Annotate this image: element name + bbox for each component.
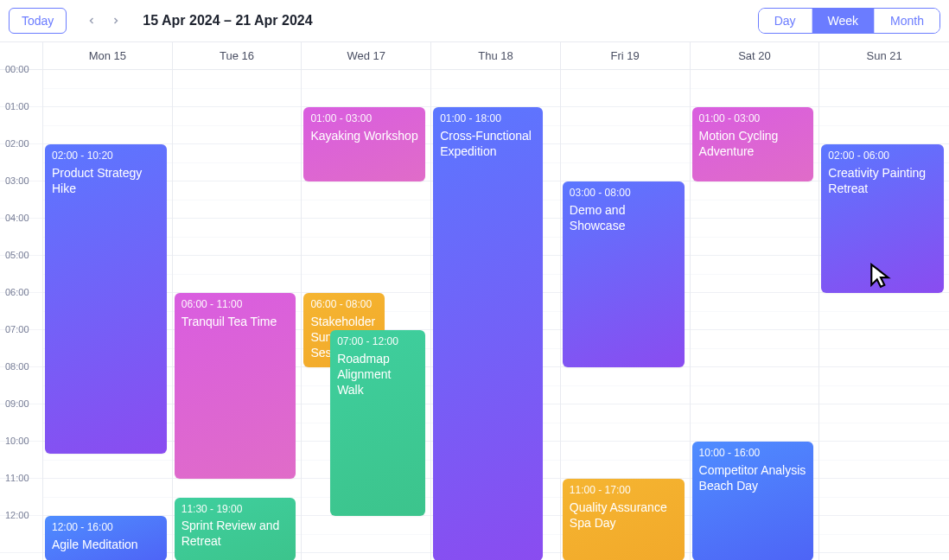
day-header: Thu 18 [431,42,560,70]
time-label: 10:00 [5,436,29,446]
time-label: 09:00 [5,398,29,409]
time-label: 00:00 [5,64,29,74]
time-label: 12:00 [5,510,29,520]
day-header: Tue 16 [173,42,302,70]
event-time: 10:00 - 16:00 [699,447,807,461]
calendar-event[interactable]: 01:00 - 03:00Kayaking Workshop [303,107,425,181]
day-body[interactable]: 03:00 - 08:00Demo and Showcase11:00 - 17… [561,70,690,553]
time-label: 04:00 [5,213,29,223]
day-column-sat: Sat 2001:00 - 03:00Motion Cycling Advent… [691,42,820,560]
event-time: 02:00 - 10:20 [52,150,160,163]
calendar-event[interactable]: 11:30 - 19:00Sprint Review and Retreat [175,498,296,561]
event-time: 01:00 - 18:00 [440,112,536,126]
time-label: 02:00 [5,138,29,149]
chevron-left-icon [86,16,97,26]
event-title: Agile Meditation [52,537,160,552]
day-body[interactable]: 02:00 - 10:20Product Strategy Hike12:00 … [43,70,172,553]
day-header: Wed 17 [302,42,430,70]
calendar-event[interactable]: 06:00 - 11:00Tranquil Tea Time [175,293,296,479]
time-label: 01:00 [5,101,29,111]
view-week-button[interactable]: Week [812,9,876,33]
day-header: Mon 15 [43,42,172,70]
calendar-event[interactable]: 01:00 - 18:00Cross-Functional Expedition [433,107,543,560]
week-grid: Mon 1502:00 - 10:20Product Strategy Hike… [43,41,949,560]
next-arrow[interactable] [105,10,127,32]
event-title: Tranquil Tea Time [182,314,290,329]
event-title: Quality Assurance Spa Day [570,500,678,531]
time-label: 08:00 [5,361,29,372]
event-time: 06:00 - 11:00 [182,298,290,312]
event-time: 11:30 - 19:00 [182,503,290,517]
calendar-event[interactable]: 01:00 - 03:00Motion Cycling Adventure [692,107,814,181]
chevron-right-icon [111,16,121,26]
calendar: 00:0001:0002:0003:0004:0005:0006:0007:00… [0,41,949,560]
time-label: 03:00 [5,175,29,186]
time-column: 00:0001:0002:0003:0004:0005:0006:0007:00… [0,41,43,560]
event-time: 01:00 - 03:00 [310,112,418,126]
time-label: 11:00 [5,473,29,483]
calendar-event[interactable]: 03:00 - 08:00Demo and Showcase [563,181,685,367]
event-time: 11:00 - 17:00 [570,484,678,498]
event-time: 03:00 - 08:00 [570,187,678,200]
day-column-mon: Mon 1502:00 - 10:20Product Strategy Hike… [43,42,173,560]
time-slot: 12:00 [0,516,42,553]
toolbar-left: Today 15 Apr 2024 – 21 Apr 2024 [9,8,313,34]
view-day-button[interactable]: Day [759,9,812,33]
event-title: Competitor Analysis Beach Day [699,462,807,493]
day-body[interactable]: 06:00 - 11:00Tranquil Tea Time11:30 - 19… [173,70,302,553]
day-body[interactable]: 01:00 - 18:00Cross-Functional Expedition [431,70,560,553]
day-column-tue: Tue 1606:00 - 11:00Tranquil Tea Time11:3… [173,42,303,560]
day-header: Sat 20 [691,42,819,70]
day-header: Sun 21 [819,42,949,70]
event-time: 06:00 - 08:00 [310,298,377,312]
day-body[interactable]: 01:00 - 03:00Kayaking Workshop06:00 - 08… [302,70,430,553]
calendar-event[interactable]: 10:00 - 16:00Competitor Analysis Beach D… [692,442,814,560]
calendar-event[interactable]: 11:00 - 17:00Quality Assurance Spa Day [563,479,685,560]
day-column-thu: Thu 1801:00 - 18:00Cross-Functional Expe… [431,42,561,560]
day-column-fri: Fri 1903:00 - 08:00Demo and Showcase11:0… [561,42,691,560]
prev-arrow[interactable] [80,10,103,32]
time-label: 07:00 [5,324,29,334]
event-time: 12:00 - 16:00 [52,521,160,535]
day-body[interactable]: 01:00 - 03:00Motion Cycling Adventure10:… [691,70,819,553]
day-body[interactable]: 02:00 - 06:00Creativity Painting Retreat [819,70,949,553]
view-month-button[interactable]: Month [875,9,939,33]
event-title: Product Strategy Hike [52,165,160,196]
event-title: Demo and Showcase [570,202,678,233]
calendar-event[interactable]: 02:00 - 10:20Product Strategy Hike [45,144,167,454]
event-time: 01:00 - 03:00 [699,112,807,126]
time-label: 06:00 [5,287,29,297]
event-time: 07:00 - 12:00 [337,335,418,349]
day-column-sun: Sun 2102:00 - 06:00Creativity Painting R… [819,42,949,560]
time-label: 05:00 [5,250,29,260]
view-switch: Day Week Month [758,8,940,34]
event-title: Motion Cycling Adventure [699,128,807,159]
day-column-wed: Wed 1701:00 - 03:00Kayaking Workshop06:0… [302,42,431,560]
event-title: Creativity Painting Retreat [828,165,937,196]
date-range-label: 15 Apr 2024 – 21 Apr 2024 [143,13,312,29]
event-title: Kayaking Workshop [310,128,418,143]
calendar-event[interactable]: 07:00 - 12:00Roadmap Alignment Walk [330,330,425,516]
event-title: Sprint Review and Retreat [182,518,290,549]
today-button[interactable]: Today [9,8,67,34]
event-title: Cross-Functional Expedition [440,128,536,159]
event-time: 02:00 - 06:00 [828,150,937,163]
calendar-event[interactable]: 12:00 - 16:00Agile Meditation [45,516,167,560]
day-header: Fri 19 [561,42,690,70]
event-title: Roadmap Alignment Walk [337,351,418,398]
calendar-event[interactable]: 02:00 - 06:00Creativity Painting Retreat [821,144,944,293]
nav-arrows [80,10,127,32]
toolbar: Today 15 Apr 2024 – 21 Apr 2024 Day Week… [0,0,949,41]
